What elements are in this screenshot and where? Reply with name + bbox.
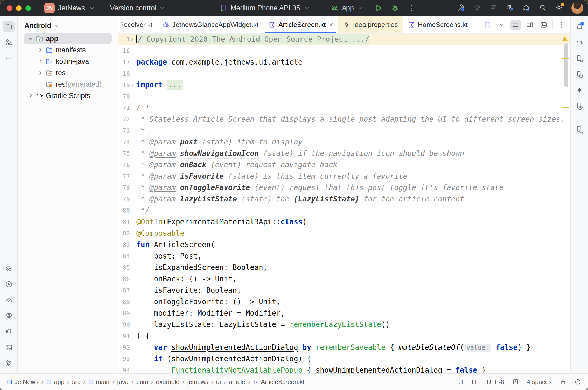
code-line-94[interactable]: 94 FunctionalityNotAvailablePopup { show… — [118, 365, 570, 373]
line-number[interactable]: 72 — [118, 114, 130, 125]
indent-style-widget[interactable]: 4 spaces — [527, 378, 552, 386]
tree-item-app[interactable]: app — [18, 33, 118, 44]
recent-actions-button[interactable] — [490, 4, 498, 12]
breadcrumb-item-jetnews[interactable]: jetnews — [187, 378, 208, 386]
code-editor[interactable]: 1/ Copyright 2020 The Android Open Sourc… — [118, 34, 570, 373]
line-number[interactable]: 19 — [118, 79, 130, 91]
code-line-80[interactable]: 80 */ — [118, 205, 570, 216]
resource-manager-tool-button[interactable] — [3, 37, 15, 48]
breadcrumb-item-ui[interactable]: ui — [216, 378, 221, 386]
code-line-89[interactable]: 89 modifier: Modifier = Modifier, — [118, 308, 570, 319]
running-devices-tool-button[interactable] — [574, 69, 585, 80]
line-number[interactable]: 74 — [118, 136, 130, 148]
app-insights-tool-button[interactable] — [3, 310, 15, 322]
minimize-window-button[interactable] — [16, 5, 22, 11]
app-inspection-tool-button[interactable] — [3, 263, 15, 274]
code-line-1[interactable]: 1/ Copyright 2020 The Android Open Sourc… — [118, 34, 570, 45]
error-status-widget[interactable] — [574, 378, 581, 385]
chevron-right-icon[interactable] — [37, 69, 44, 76]
tab-list-dropdown[interactable] — [496, 20, 507, 30]
close-tab-icon[interactable]: × — [329, 21, 333, 29]
device-mirroring-tool-button[interactable] — [574, 100, 585, 112]
line-number[interactable]: 92 — [118, 342, 130, 353]
line-number[interactable]: 80 — [118, 205, 130, 216]
search-everywhere-button[interactable] — [539, 4, 547, 12]
breadcrumb-item-java[interactable]: java — [117, 378, 129, 386]
line-number[interactable]: 89 — [118, 308, 130, 319]
code-line-79[interactable]: 79 * @param lazyListState (state) the [L… — [118, 193, 570, 205]
line-number[interactable]: 73 — [118, 125, 130, 136]
code-line-81[interactable]: 81@OptIn(ExperimentalMaterial3Api::class… — [118, 216, 570, 228]
code-line-16[interactable]: 16 — [118, 45, 570, 57]
code-line-93[interactable]: 93 if (showUnimplementedActionDialog) { — [118, 353, 570, 365]
gemini-sparkle-tool-button[interactable] — [574, 85, 585, 96]
more-run-options-button[interactable] — [407, 4, 415, 12]
editor-scrollbar[interactable] — [564, 43, 568, 87]
project-view-mode[interactable]: Android — [18, 16, 118, 33]
more-tool-windows-tool-button[interactable] — [3, 52, 15, 64]
file-writable-widget[interactable] — [559, 378, 566, 385]
line-number[interactable]: 88 — [118, 296, 130, 308]
caret-position-widget[interactable]: 1:1 — [455, 378, 464, 386]
device-selector[interactable]: Medium Phone API 35 — [219, 4, 310, 12]
breadcrumb-item-app[interactable]: app — [46, 378, 64, 386]
code-line-91[interactable]: 91) { — [118, 330, 570, 342]
line-number[interactable]: 93 — [118, 353, 130, 365]
device-explorer-tool-button[interactable] — [574, 124, 585, 135]
user-avatar[interactable] — [571, 2, 583, 14]
code-line-19[interactable]: 19import ... — [118, 79, 570, 91]
tree-item-kotlin-java[interactable]: kotlin+java — [18, 56, 118, 67]
build-hammer-button[interactable] — [457, 4, 465, 12]
line-number[interactable]: 81 — [118, 216, 130, 228]
code-line-71[interactable]: 71/** — [118, 102, 570, 114]
line-number[interactable]: 86 — [118, 273, 130, 285]
line-number[interactable]: 82 — [118, 228, 130, 239]
breadcrumb-item-articlescreen-kt[interactable]: ArticleScreen.kt — [253, 378, 304, 386]
tree-item-gradle-scripts[interactable]: Gradle Scripts — [18, 90, 118, 101]
project-folder-tool-button[interactable] — [3, 21, 15, 32]
editor-tab-articlescreen-kt[interactable]: ArticleScreen.kt× — [263, 16, 338, 33]
inspection-warning-icon[interactable] — [561, 35, 569, 43]
line-number[interactable]: 18 — [118, 68, 130, 79]
code-line-90[interactable]: 90 lazyListState: LazyListState = rememb… — [118, 319, 570, 330]
code-line-72[interactable]: 72 * Stateless Article Screen that displ… — [118, 114, 570, 125]
tab-options-menu[interactable] — [556, 20, 567, 30]
git-branch-tool-button[interactable] — [3, 358, 15, 369]
code-line-87[interactable]: 87 isFavorite: Boolean, — [118, 285, 570, 296]
breadcrumb-item-jetnews[interactable]: JetNews — [7, 378, 38, 386]
code-line-92[interactable]: 92 var showUnimplementedActionDialog by … — [118, 342, 570, 353]
run-configuration[interactable]: app — [330, 4, 364, 12]
line-number[interactable]: 94 — [118, 365, 130, 373]
line-number[interactable]: 71 — [118, 102, 130, 114]
line-number[interactable]: 79 — [118, 193, 130, 205]
chevron-right-icon[interactable] — [27, 92, 34, 99]
line-separator-widget[interactable]: LF — [472, 378, 479, 386]
code-line-83[interactable]: 83fun ArticleScreen( — [118, 239, 570, 250]
breadcrumb-item-article[interactable]: article — [229, 378, 245, 386]
scrollbar-warning-mark[interactable] — [562, 107, 569, 108]
chevron-right-icon[interactable] — [37, 58, 44, 65]
settings-gear-button[interactable] — [555, 4, 563, 12]
vcs-widget[interactable]: Version control — [110, 4, 166, 12]
code-line-17[interactable]: 17package com.example.jetnews.ui.article — [118, 57, 570, 68]
close-window-button[interactable] — [7, 5, 12, 11]
code-line-84[interactable]: 84 post: Post, — [118, 250, 570, 262]
device-manager-tool-button[interactable] — [574, 53, 585, 64]
file-encoding-widget[interactable]: UTF-8 — [487, 378, 504, 386]
list-view-toggle[interactable] — [510, 20, 521, 30]
line-number[interactable]: 91 — [118, 330, 130, 342]
code-line-78[interactable]: 78 * @param onToggleFavorite (event) req… — [118, 182, 570, 193]
notifications-bell-tool-button[interactable] — [574, 21, 585, 33]
code-line-18[interactable]: 18 — [118, 68, 570, 79]
tree-item-res[interactable]: res — [18, 67, 118, 79]
code-line-82[interactable]: 82@Composable — [118, 228, 570, 239]
breadcrumb-item-src[interactable]: src — [72, 378, 80, 386]
code-line-70[interactable]: 70 — [118, 91, 570, 102]
line-number[interactable]: 77 — [118, 171, 130, 182]
line-number[interactable]: 75 — [118, 148, 130, 159]
tree-item-manifests[interactable]: manifests — [18, 44, 118, 56]
line-number[interactable]: 1 — [118, 34, 130, 45]
code-line-75[interactable]: 75 * @param showNavigationIcon (state) i… — [118, 148, 570, 159]
gradle-sync-button[interactable] — [522, 4, 530, 12]
code-line-88[interactable]: 88 onToggleFavorite: () -> Unit, — [118, 296, 570, 308]
